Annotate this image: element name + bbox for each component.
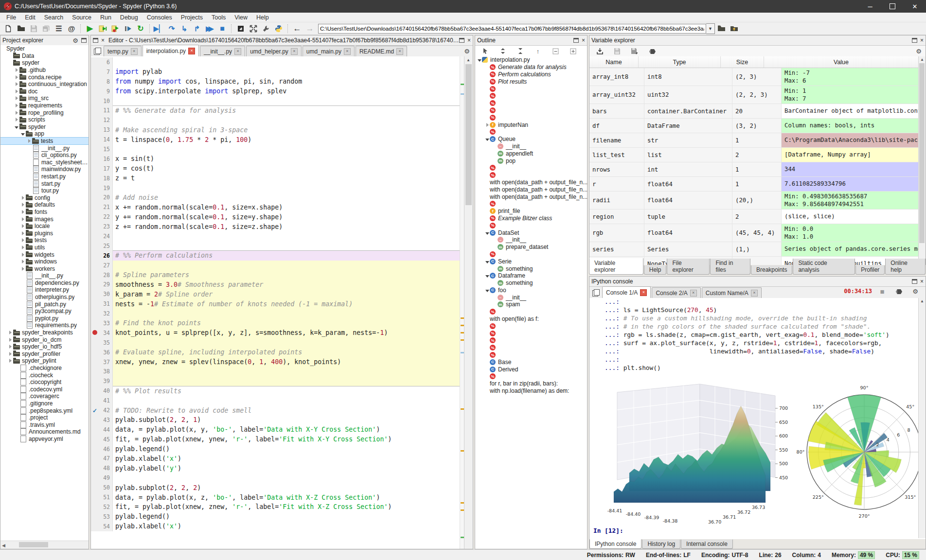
- menu-edit[interactable]: Edit: [20, 13, 40, 22]
- scroll-up-icon[interactable]: ▲: [920, 57, 924, 62]
- chevron-right-icon[interactable]: [8, 357, 13, 364]
- editor-gutter[interactable]: 32: [91, 309, 113, 318]
- editor-gutter[interactable]: 16: [91, 154, 113, 164]
- chevron-right-icon[interactable]: [20, 216, 25, 223]
- outline-item-cell[interactable]: %: [475, 322, 587, 330]
- editor-gutter[interactable]: 44: [91, 425, 113, 435]
- breakpoint-icon[interactable]: [92, 330, 97, 335]
- tree-item-spyder[interactable]: spyder: [0, 59, 89, 67]
- editor-gutter[interactable]: 26: [91, 251, 113, 261]
- outline-item-__init__[interactable]: –__init__: [475, 143, 587, 150]
- chevron-right-icon[interactable]: [14, 109, 19, 116]
- console-tab-Custom-Name-A[interactable]: Custom Name/A×: [702, 287, 762, 298]
- variable-row-filename[interactable]: filenamestr1C:\ProgramData\Anaconda3\lib…: [589, 133, 919, 148]
- editor-gutter[interactable]: 39: [91, 376, 113, 386]
- editor-gutter[interactable]: 37: [91, 357, 113, 367]
- console-tab-Console-1-A[interactable]: Console 1/A×: [602, 286, 651, 298]
- pane-tab-file-explorer[interactable]: File explorer: [667, 259, 710, 275]
- tree-item-requirements[interactable]: requirements: [0, 102, 89, 109]
- tree-item-spyder_io_dcm[interactable]: spyder_io_dcm: [0, 336, 89, 343]
- editor-gutter[interactable]: 33: [91, 318, 113, 328]
- outline-item-cell[interactable]: %: [475, 330, 587, 337]
- expand-all-icon[interactable]: [567, 46, 579, 56]
- editor-gutter[interactable]: 22: [91, 212, 113, 222]
- chevron-right-icon[interactable]: [20, 251, 25, 258]
- editor-gutter[interactable]: 17: [91, 164, 113, 174]
- outline-item-cell[interactable]: %: [475, 351, 587, 359]
- tree-item-workers[interactable]: workers: [0, 265, 89, 272]
- editor-gutter[interactable]: 49: [91, 473, 113, 483]
- chevron-right-icon[interactable]: [8, 350, 13, 357]
- console-bottom-tab-history-log[interactable]: History log: [642, 540, 680, 549]
- editor-gutter[interactable]: 6: [91, 57, 113, 67]
- browse-dir-icon[interactable]: [715, 23, 727, 34]
- pane-tab-profiler[interactable]: Profiler: [855, 265, 885, 275]
- goto-cursor-icon[interactable]: [480, 46, 491, 56]
- tree-item-fonts[interactable]: fonts: [0, 209, 89, 216]
- tree-item-spyder_io_hdf5[interactable]: spyder_io_hdf5: [0, 343, 89, 350]
- tree-item-spyder_breakpoints[interactable]: spyder_breakpoints: [0, 329, 89, 336]
- outline-item-Generate data for analysis[interactable]: %Generate data for analysis: [475, 64, 587, 71]
- outline-item-cell[interactable]: %: [475, 164, 587, 172]
- tree-item-.pep8speaks.yml[interactable]: .pep8speaks.yml: [0, 407, 89, 414]
- back-icon[interactable]: ←: [291, 23, 303, 34]
- tree-item-__init__.py[interactable]: __init__.py: [0, 272, 89, 280]
- chevron-down-icon[interactable]: [485, 258, 490, 265]
- chevron-right-icon[interactable]: [14, 102, 19, 109]
- editor-gutter[interactable]: 23: [91, 222, 113, 231]
- outline-item-Plot results[interactable]: %Plot results: [475, 78, 587, 85]
- outline-item-__init__[interactable]: –__init__: [475, 294, 587, 301]
- continue-icon[interactable]: ▶▶: [204, 23, 215, 34]
- outline-item-interpolation.py[interactable]: interpolation.py: [475, 56, 587, 64]
- console-bottom-tab-ipython-console[interactable]: IPython console: [589, 539, 641, 549]
- chevron-right-icon[interactable]: [8, 343, 13, 350]
- tab-close-icon[interactable]: ×: [344, 48, 351, 55]
- options-icon[interactable]: ⚙: [909, 286, 921, 297]
- menu-debug[interactable]: Debug: [116, 13, 142, 22]
- tree-item-Announcements.md[interactable]: Announcements.md: [0, 428, 89, 436]
- tree-item-interpreter.py[interactable]: interpreter.py: [0, 286, 89, 294]
- tree-item-tour.py[interactable]: tour.py: [0, 187, 89, 194]
- editor-gutter[interactable]: 11: [91, 105, 113, 115]
- tree-item-pil_patch.py[interactable]: pil_patch.py: [0, 300, 89, 308]
- outline-item-cell[interactable]: %: [475, 373, 587, 380]
- column-header-type[interactable]: Type: [639, 56, 721, 68]
- outline-item-pop[interactable]: mpop: [475, 157, 587, 164]
- chevron-down-icon[interactable]: [485, 272, 490, 279]
- editor-gutter[interactable]: 14: [91, 135, 113, 144]
- editor-tab-__init__.py[interactable]: __init__.py×: [200, 46, 245, 56]
- outline-item-cell[interactable]: %: [475, 251, 587, 258]
- tab-close-icon[interactable]: ×: [188, 48, 195, 54]
- run-icon[interactable]: ▶: [84, 23, 96, 34]
- menu-run[interactable]: Run: [96, 13, 116, 22]
- tree-item-py3compat.py[interactable]: py3compat.py: [0, 308, 89, 315]
- chevron-down-icon[interactable]: [477, 56, 482, 63]
- run-selection-icon[interactable]: [122, 23, 134, 34]
- tree-item-pyplot.py[interactable]: pyplot.py: [0, 315, 89, 322]
- editor-gutter[interactable]: 41: [91, 396, 113, 405]
- tree-item-.github[interactable]: .github: [0, 67, 89, 74]
- tools-icon[interactable]: [260, 23, 272, 34]
- editor-gutter[interactable]: 21: [91, 202, 113, 212]
- outline-float-icon[interactable]: [573, 38, 579, 43]
- editor-tab-umd_main.py[interactable]: umd_main.py×: [303, 46, 355, 56]
- editor-gutter[interactable]: 20: [91, 192, 113, 202]
- outline-close-icon[interactable]: ×: [582, 37, 585, 43]
- menu-consoles[interactable]: Consoles: [142, 13, 177, 22]
- fullscreen-icon[interactable]: [248, 23, 259, 34]
- editor-gutter[interactable]: 30: [91, 289, 113, 299]
- editor-gutter[interactable]: 7: [91, 67, 113, 77]
- editor-gutter[interactable]: 24: [91, 231, 113, 241]
- minimize-button[interactable]: ─: [859, 0, 881, 13]
- tree-item-dependencies.py[interactable]: dependencies.py: [0, 280, 89, 287]
- editor-gutter[interactable]: 34: [91, 328, 113, 338]
- collapse-all-icon[interactable]: [550, 46, 561, 56]
- tab-close-icon[interactable]: ×: [291, 48, 298, 55]
- variable-row-nrows[interactable]: nrowsint1344: [589, 162, 919, 177]
- project-hscrollbar[interactable]: ◀: [0, 541, 89, 549]
- parent-dir-icon[interactable]: [728, 23, 740, 34]
- tree-item-continuous_integration[interactable]: continuous_integration: [0, 81, 89, 88]
- chevron-down-icon[interactable]: [14, 123, 19, 130]
- tree-item-tests[interactable]: tests: [0, 138, 89, 145]
- editor-gutter[interactable]: 27: [91, 261, 113, 270]
